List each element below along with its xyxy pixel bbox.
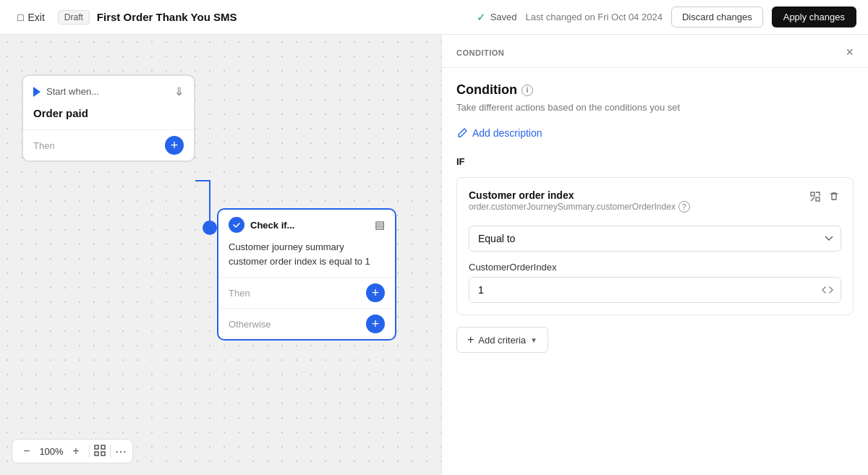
condition-card-title-wrapper: Customer order index order.customerJourn… [469,189,690,223]
zoom-out-button[interactable]: − [18,442,35,460]
exit-button[interactable]: □ Exit [12,9,51,26]
zoom-in-button[interactable]: + [67,442,85,460]
check-label: Check if... [250,220,294,231]
code-toggle-button[interactable] [814,285,841,296]
add-criteria-button[interactable]: + Add criteria ▼ [456,327,548,353]
right-panel: CONDITION × Condition i Take different a… [441,35,868,475]
saved-checkmark-icon: ✓ [477,11,486,24]
checkmark-icon [232,221,241,229]
start-label: Start when... [46,86,99,97]
svg-rect-1 [95,445,98,449]
apply-button[interactable]: Apply changes [772,7,856,27]
zoom-fit-icon [94,445,106,456]
zoom-divider [89,445,90,458]
check-icon-circle [229,217,244,233]
trash-icon [828,191,840,202]
if-section-label: IF [456,156,854,167]
condition-card-title: Customer order index [469,189,690,201]
value-input-row [469,277,841,303]
add-description-button[interactable]: Add description [456,127,542,139]
otherwise-row: Otherwise + [218,308,395,339]
zoom-divider-2 [110,445,111,458]
page-title: First Order Thank You SMS [97,11,237,23]
check-node[interactable]: Check if... ▤ Customer journey summary c… [217,208,396,341]
add-then-button[interactable]: + [165,136,184,155]
svg-rect-3 [95,452,98,455]
edit-icon [456,127,468,139]
svg-rect-5 [811,192,814,196]
zoom-level: 100% [38,446,64,457]
expand-icon [809,191,821,202]
check-node-header: Check if... ▤ [218,210,395,239]
add-criteria-icon: + [467,333,474,346]
panel-section-label: CONDITION [456,48,504,57]
otherwise-label: Otherwise [229,319,271,330]
condition-card: Customer order index order.customerJourn… [456,177,854,315]
check-node-settings-icon[interactable]: ▤ [375,218,385,231]
add-criteria-label: Add criteria [478,335,526,346]
then-label: Then [33,140,55,151]
add-desc-label: Add description [472,127,542,139]
download-icon[interactable]: ⇓ [174,85,184,98]
operator-select[interactable]: Equal to [469,226,841,252]
condition-expand-button[interactable] [808,189,822,206]
value-input[interactable] [469,278,814,302]
panel-header: CONDITION × [442,35,868,68]
saved-indicator: ✓ Saved [477,11,517,24]
zoom-fit-button[interactable] [94,445,106,458]
add-otherwise-button[interactable]: + [366,314,385,333]
zoom-more-button[interactable]: ⋯ [115,445,127,458]
condition-card-path: order.customerJourneySummary.customerOrd… [469,201,690,213]
discard-button[interactable]: Discard changes [671,7,763,27]
svg-rect-2 [101,445,105,449]
svg-point-0 [203,221,217,235]
then-row: Then + [23,129,194,161]
saved-label: Saved [490,12,517,22]
start-node-header: Start when... ⇓ [23,76,194,104]
panel-title: Condition i [456,82,854,98]
exit-label: Exit [27,12,44,23]
add-criteria-chevron-icon: ▼ [530,336,537,344]
svg-rect-6 [816,197,820,201]
condition-delete-button[interactable] [827,189,841,206]
info-icon[interactable]: i [522,85,533,96]
code-icon [822,286,833,294]
value-field-label: CustomerOrderIndex [469,262,841,273]
condition-path-text: order.customerJourneySummary.customerOrd… [469,202,676,212]
topbar: □ Exit Draft First Order Thank You SMS ✓… [0,0,868,35]
then-otherwise-then-label: Then [229,288,250,299]
panel-subtitle: Take different actions based on the cond… [456,102,854,113]
svg-rect-4 [101,452,105,455]
panel-close-button[interactable]: × [846,45,854,60]
last-changed: Last changed on Fri Oct 04 2024 [526,12,663,22]
condition-card-header: Customer order index order.customerJourn… [469,189,841,223]
topbar-right: ✓ Saved Last changed on Fri Oct 04 2024 … [477,7,856,27]
condition-path-info-icon[interactable]: ? [678,201,690,213]
condition-card-actions [808,189,841,206]
canvas[interactable]: Start when... ⇓ Order paid Then + Check … [0,35,441,475]
panel-title-text: Condition [456,82,517,98]
draft-badge: Draft [58,10,90,25]
zoom-bar: − 100% + ⋯ [12,439,133,463]
then-row-check: Then + [218,277,395,308]
start-node: Start when... ⇓ Order paid Then + [22,74,195,162]
topbar-left: □ Exit Draft First Order Thank You SMS [12,9,468,26]
order-paid-label: Order paid [23,104,194,129]
condition-text: Customer journey summary customer order … [218,239,395,277]
panel-body: Condition i Take different actions based… [442,68,868,475]
exit-icon: □ [17,12,23,23]
add-then-check-button[interactable]: + [366,283,385,302]
main-content: Start when... ⇓ Order paid Then + Check … [0,35,868,475]
start-triangle-icon [33,87,41,97]
